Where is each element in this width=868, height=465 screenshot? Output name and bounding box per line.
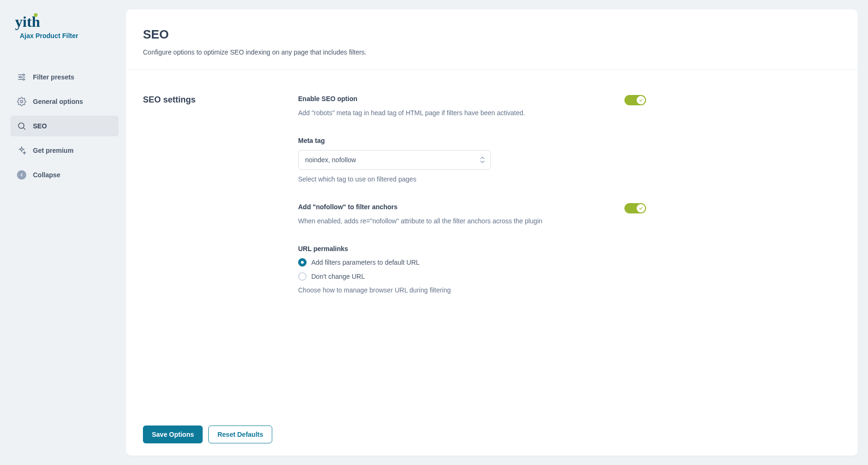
page-description: Configure options to optimize SEO indexi… [143, 48, 841, 56]
field-help: Select which tag to use on filtered page… [298, 174, 646, 184]
field-url-permalinks: URL permalinks Add filters parameters to… [298, 245, 646, 295]
svg-point-3 [21, 101, 23, 103]
permalinks-radio-option-default-url[interactable]: Add filters parameters to default URL [298, 258, 646, 267]
field-meta-tag: Meta tag noindex, nofollow Select which … [298, 137, 646, 184]
card-body: SEO settings Enable SEO option Add "robo… [126, 70, 858, 413]
radio-label: Add filters parameters to default URL [311, 259, 419, 266]
check-icon [637, 96, 645, 104]
sidebar-item-label: General options [33, 98, 83, 105]
meta-tag-select[interactable]: noindex, nofollow [298, 150, 491, 170]
sidebar-item-general-options[interactable]: General options [10, 91, 118, 112]
svg-point-2 [23, 79, 24, 80]
reset-button[interactable]: Reset Defaults [208, 426, 272, 443]
arrow-left-circle-icon [17, 170, 26, 180]
field-label: Enable SEO option [298, 95, 525, 102]
brand-logo: yith [15, 14, 40, 29]
page-title: SEO [143, 27, 841, 42]
radio-label: Don't change URL [311, 273, 365, 280]
sliders-icon [17, 72, 26, 82]
brand-subtitle: Ajax Product Filter [15, 29, 114, 39]
sidebar-item-label: SEO [33, 122, 47, 130]
sidebar-item-seo[interactable]: SEO [10, 116, 118, 136]
section-title: SEO settings [143, 95, 279, 295]
save-button[interactable]: Save Options [143, 426, 203, 443]
field-label: Meta tag [298, 137, 646, 144]
field-help: When enabled, adds re="nofollow" attribu… [298, 216, 542, 226]
permalinks-radio-group: Add filters parameters to default URL Do… [298, 258, 646, 281]
field-label: Add "nofollow" to filter anchors [298, 203, 542, 211]
svg-point-0 [23, 74, 24, 75]
card-footer: Save Options Reset Defaults [126, 413, 858, 456]
gear-icon [17, 97, 26, 106]
card-header: SEO Configure options to optimize SEO in… [126, 9, 858, 70]
chevron-up-down-icon [480, 157, 485, 163]
sidebar-item-label: Collapse [33, 171, 60, 179]
sidebar-nav: Filter presets General options SEO Get p… [10, 67, 118, 185]
sidebar: yith Ajax Product Filter Filter presets … [10, 9, 118, 456]
sidebar-item-label: Get premium [33, 147, 73, 154]
check-icon [637, 204, 645, 213]
field-help: Choose how to manage browser URL during … [298, 285, 646, 295]
sidebar-item-get-premium[interactable]: Get premium [10, 140, 118, 161]
main-card: SEO Configure options to optimize SEO in… [126, 9, 858, 456]
svg-point-4 [18, 123, 24, 128]
field-nofollow: Add "nofollow" to filter anchors When en… [298, 203, 646, 226]
radio-circle-icon [298, 272, 307, 281]
enable-seo-toggle[interactable] [624, 95, 646, 105]
svg-point-1 [20, 76, 21, 78]
radio-circle-icon [298, 258, 307, 267]
field-help: Add "robots" meta tag in head tag of HTM… [298, 108, 525, 118]
permalinks-radio-option-dont-change[interactable]: Don't change URL [298, 272, 646, 281]
sidebar-item-label: Filter presets [33, 73, 74, 81]
sidebar-item-collapse[interactable]: Collapse [10, 165, 118, 185]
field-enable-seo: Enable SEO option Add "robots" meta tag … [298, 95, 646, 118]
field-label: URL permalinks [298, 245, 646, 252]
search-icon [17, 121, 26, 131]
brand: yith Ajax Product Filter [10, 14, 118, 44]
select-value: noindex, nofollow [305, 156, 356, 164]
sparkle-icon [17, 146, 26, 155]
sidebar-item-filter-presets[interactable]: Filter presets [10, 67, 118, 87]
nofollow-toggle[interactable] [624, 203, 646, 213]
